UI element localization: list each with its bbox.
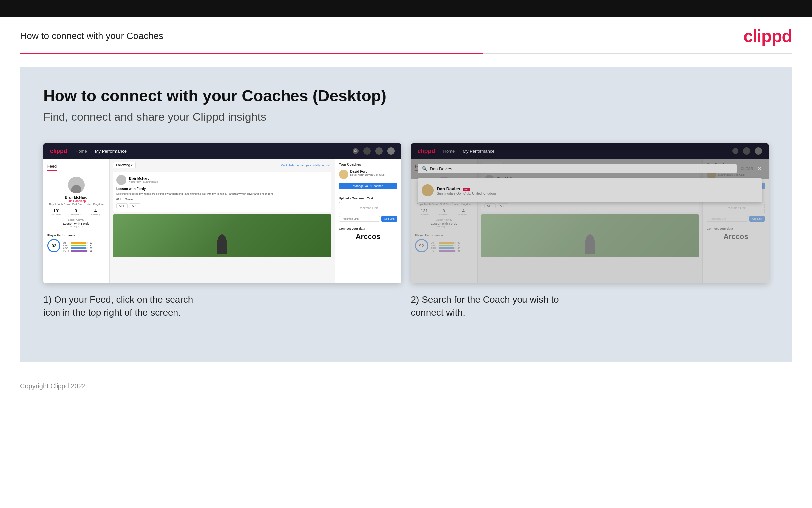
screenshot-block-2: clippd Home My Performance 🔍 [411, 143, 769, 319]
step2-label: 2) Search for the Coach you wish to conn… [411, 293, 769, 319]
post-title: Lesson with Fordy [116, 187, 328, 190]
activity-date: 03 Aug 2022 [47, 225, 105, 227]
player-performance: Player Performance 92 OTT 90 [47, 234, 105, 254]
svg-point-0 [354, 150, 356, 152]
post-image [113, 214, 331, 257]
profile-avatar [68, 177, 85, 193]
app-body: Feed Blair McHarg Plus Handicap Royal No… [43, 159, 401, 283]
top-bar [0, 0, 812, 17]
post-user-sub: Yesterday · Sunningdale [129, 180, 157, 183]
latest-activity-label: Latest Activity [47, 218, 105, 221]
post-avatar [116, 175, 126, 185]
trackman-input[interactable] [339, 216, 380, 221]
control-link[interactable]: Control who can see your activity and da… [281, 164, 331, 167]
close-button[interactable]: ✕ [757, 165, 762, 172]
search-result-sub: Sunningdale Golf Club, United Kingdom [437, 192, 496, 195]
search-result-item[interactable]: Dan Davies Pro Sunningdale Golf Club, Un… [422, 182, 759, 198]
app-mockup-2: clippd Home My Performance 🔍 [411, 143, 769, 283]
page-heading: How to connect with your Coaches (Deskto… [43, 87, 769, 105]
bar-putt: PUTT 96 [63, 250, 92, 252]
nav-my-performance-2: My Performance [463, 149, 494, 154]
app-nav: clippd Home My Performance [43, 143, 401, 159]
activity-name: Lesson with Fordy [47, 222, 105, 225]
post-user-name: Blair McHarg [129, 177, 157, 180]
profile-name: Blair McHarg [47, 195, 105, 199]
svg-line-1 [356, 152, 357, 153]
header: How to connect with your Coaches clippd [0, 17, 812, 52]
manage-coaches-button[interactable]: Manage Your Coaches [339, 183, 397, 189]
app-nav-logo-2: clippd [418, 148, 435, 155]
following-bar: Following ▾ Control who can see your act… [113, 162, 331, 168]
nav-profile-icon [363, 147, 371, 155]
player-perf-title: Player Performance [47, 234, 105, 237]
golf-figure [217, 234, 227, 254]
arccos-logo: Arccos [339, 232, 397, 241]
bar-arg: ARG 86 [63, 247, 92, 249]
stat-following: 4 Following [91, 208, 101, 216]
feed-tab: Feed [47, 163, 56, 171]
bar-app: APP 85 [63, 244, 92, 247]
screenshot-frame-1: clippd Home My Performance [43, 143, 401, 283]
search-input-value: Dan Davies [430, 166, 733, 171]
screenshot-block-1: clippd Home My Performance [43, 143, 401, 319]
app-mockup-1: clippd Home My Performance [43, 143, 401, 283]
post-duration: 01 hr : 30 min [116, 198, 328, 201]
step1-label: 1) On your Feed, click on the search ico… [43, 293, 401, 319]
app-nav-logo: clippd [50, 148, 67, 155]
search-box: 🔍 Dan Davies [418, 164, 737, 173]
profile-stats: 131 Activities 3 Followers 4 [47, 208, 105, 216]
page-subheading: Find, connect and share your Clippd insi… [43, 111, 769, 123]
nav-home: Home [76, 149, 87, 154]
screenshot-frame-2: clippd Home My Performance 🔍 [411, 143, 769, 283]
main-content: How to connect with your Coaches (Deskto… [20, 67, 792, 362]
trackman-placeholder: Trackman Link [339, 202, 397, 214]
post-actions: OFF APP [116, 203, 328, 208]
page-title: How to connect with your Coaches [20, 31, 163, 41]
upload-title: Upload a Trackman Test [339, 197, 397, 200]
nav-avatar-icon [387, 147, 394, 155]
following-button[interactable]: Following ▾ [113, 162, 136, 168]
logo: clippd [743, 26, 792, 46]
coach-name: David Ford [350, 170, 385, 173]
footer: Copyright Clippd 2022 [0, 376, 812, 396]
off-button[interactable]: OFF [116, 203, 128, 208]
search-overlay: 🔍 Dan Davies CLEAR ✕ [411, 159, 769, 179]
profile-subtitle: Plus Handicap [47, 199, 105, 203]
profile-card: Blair McHarg Plus Handicap Royal North D… [47, 174, 105, 230]
search-result-avatar [422, 184, 434, 196]
nav-settings-icon [375, 147, 383, 155]
left-panel: Feed Blair McHarg Plus Handicap Royal No… [43, 159, 110, 283]
search-icon: 🔍 [422, 166, 427, 171]
upload-section: Upload a Trackman Test Trackman Link Add… [339, 197, 397, 221]
stat-activities: 131 Activities [52, 208, 61, 216]
right-panel: Your Coaches David Ford Royal North Devo… [335, 159, 401, 283]
search-result-name: Dan Davies [437, 186, 460, 191]
coach-club: Royal North Devon Golf Club [350, 173, 385, 176]
connect-section-title: Connect your data [339, 227, 397, 230]
coach-avatar [339, 170, 348, 179]
search-result-badge: Pro [463, 187, 470, 191]
coach-card: David Ford Royal North Devon Golf Club [339, 170, 397, 179]
post-text: Looking to feel like my hands are exitin… [116, 192, 328, 196]
coaches-title: Your Coaches [339, 163, 397, 166]
bar-ott: OTT 90 [63, 242, 92, 244]
nav-my-performance: My Performance [95, 149, 127, 154]
copyright: Copyright Clippd 2022 [20, 382, 86, 389]
add-link-button[interactable]: Add Link [381, 216, 397, 221]
clear-button[interactable]: CLEAR [741, 167, 753, 171]
post-user-row: Blair McHarg Yesterday · Sunningdale [116, 175, 328, 185]
nav-icons-2 [732, 147, 762, 155]
trackman-input-row: Add Link [339, 216, 397, 221]
middle-panel: Following ▾ Control who can see your act… [110, 159, 335, 283]
post-card: Blair McHarg Yesterday · Sunningdale Les… [113, 172, 331, 212]
stat-followers: 3 Followers [71, 208, 81, 216]
perf-circle: 92 [47, 239, 60, 252]
screenshots-row: clippd Home My Performance [43, 143, 769, 319]
app-button[interactable]: APP [129, 203, 140, 208]
search-dropdown: Dan Davies Pro Sunningdale Golf Club, Un… [418, 178, 762, 202]
nav-home-2: Home [443, 149, 455, 154]
app-nav-2: clippd Home My Performance [411, 143, 769, 159]
nav-icons [353, 147, 394, 155]
profile-club: Royal North Devon Golf Club, United King… [47, 203, 105, 206]
header-divider [20, 52, 792, 53]
